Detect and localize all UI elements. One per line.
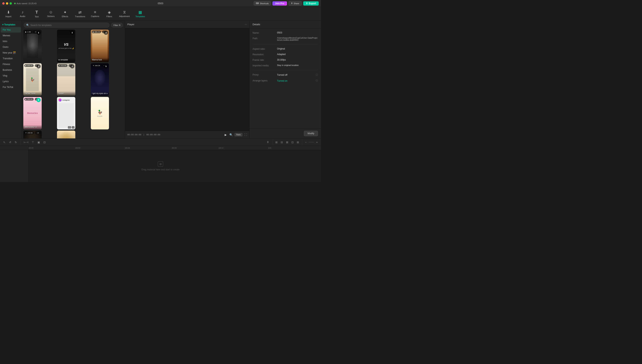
proxy-info-icon[interactable]: ⓘ <box>316 73 318 76</box>
filter-icon: ⧉ <box>119 24 120 26</box>
fullscreen-icon[interactable]: ⛶ <box>244 133 247 136</box>
search-icon: 🔍 <box>26 24 29 26</box>
detail-label-path: Path: <box>252 37 276 40</box>
sidebar-item-vlog[interactable]: Vlog <box>1 73 21 78</box>
toolbar-item-stickers[interactable]: ☺ Stickers <box>44 9 58 18</box>
download-button[interactable]: ⬇ <box>70 64 74 68</box>
download-button[interactable]: ⬇ <box>70 30 74 35</box>
sidebar-item-memes[interactable]: Memes <box>1 33 21 38</box>
split-button[interactable]: ⊢⊣ <box>23 140 29 144</box>
template-card[interactable]: ✕348.3K ▫4 I got my eyes on u ⬇ <box>91 63 109 96</box>
toolbar-item-effects[interactable]: ✦ Effects <box>58 9 72 19</box>
redo-button[interactable]: ↻ <box>14 140 18 144</box>
template-card[interactable]: ✕159.5K ▫13 <box>23 130 42 138</box>
timeline-btn3[interactable]: ⊠ <box>285 140 289 144</box>
delete-button[interactable]: ⊡ <box>42 140 47 144</box>
sidebar-item-business[interactable]: Business <box>1 67 21 73</box>
detail-label-name: Name: <box>252 31 276 34</box>
play-icon: ▶ <box>25 31 26 33</box>
download-button[interactable]: ⬇ <box>36 64 41 68</box>
toolbar-item-transitions[interactable]: ⇄ Transitions <box>72 9 88 19</box>
toolbar-item-filters[interactable]: ◈ Filters <box>102 9 116 19</box>
detail-value-resolution: Adapted <box>277 53 318 56</box>
template-grid: ▶ 1.9M ▫ 3 ⬇ VS all these girls in <box>22 29 125 138</box>
share-icon: ⬆ <box>291 2 293 4</box>
fullscreen-window-btn[interactable] <box>10 2 12 4</box>
toolbar-divider2 <box>272 140 272 144</box>
timeline-btn2[interactable]: ⊟ <box>280 140 284 144</box>
sidebar-item-fitness[interactable]: Fitness <box>1 62 21 67</box>
template-card[interactable]: Memories ▶765.1K ▫31 |Memories| <3 ⬇ <box>23 97 42 130</box>
arrange-info-icon[interactable]: ⓘ <box>316 79 318 82</box>
template-card[interactable] <box>57 130 75 138</box>
card-overlay: Wanna fuck <box>91 58 109 62</box>
detail-label-framerate: Frame rate: <box>252 58 276 61</box>
undo-button[interactable]: ↺ <box>8 140 12 144</box>
template-card[interactable]: ✕621.6K ▫2 Spider! ⬇ <box>57 63 75 96</box>
drop-area: ⊞ Drag material here and start to create <box>142 161 180 171</box>
template-card[interactable]: 🦆 template <box>91 97 109 130</box>
shortcuts-button[interactable]: ⌨ Shortcuts <box>254 1 271 6</box>
detail-row-name: Name: 0503 <box>252 31 318 34</box>
export-button[interactable]: ⬆ Export <box>303 1 319 6</box>
views-stat: ▶ 1.9M <box>24 30 32 33</box>
search-input[interactable] <box>30 24 107 26</box>
toolbar-item-text[interactable]: T Text <box>30 8 44 19</box>
sidebar-item-transition[interactable]: Transition <box>1 56 21 61</box>
play-button[interactable]: ▶ <box>224 132 228 137</box>
template-card[interactable]: ▶ 1.9M ▫ 3 ⬇ <box>23 30 42 62</box>
minimize-window-btn[interactable] <box>6 2 8 4</box>
download-button[interactable]: ⬇ <box>36 98 41 102</box>
template-card[interactable]: 🦆 ▶489.7K ▫1 TikTok Trend ⬇ <box>23 63 42 96</box>
sidebar-item-outro[interactable]: Outro <box>1 44 21 50</box>
filter-button[interactable]: Filter ⧉ <box>111 23 123 28</box>
zoom-out-button[interactable]: − <box>304 140 308 144</box>
share-button[interactable]: ⬆ Share <box>288 1 302 6</box>
detail-label-proxy: Proxy: <box>252 73 276 76</box>
detail-row-framerate: Frame rate: 30.00fps <box>252 58 318 61</box>
zoom-icon[interactable]: 🔍 <box>230 133 233 136</box>
sidebar-item-for-you[interactable]: For You <box>1 27 21 32</box>
content-area: 🔍 Filter ⧉ <box>22 21 249 138</box>
sidebar-item-for-tiktok[interactable]: For TikTok <box>1 84 21 90</box>
template-card[interactable]: instagram ◯ ⌄ <box>57 97 75 130</box>
sidebar-item-intro[interactable]: Intro <box>1 38 21 44</box>
autosave-status: Auto saved: 15:25:43 <box>14 2 36 4</box>
player-menu-icon[interactable]: ⋯ <box>245 23 247 26</box>
detail-value-name: 0503 <box>277 31 318 34</box>
clip-icon: ▫ <box>34 31 34 33</box>
toolbar-item-templates[interactable]: ▦ Templates <box>133 9 148 19</box>
download-button[interactable]: ⬇ <box>36 30 41 35</box>
time-separator: | <box>143 134 144 136</box>
join-pro-button[interactable]: Join Pro <box>272 1 287 6</box>
close-window-btn[interactable] <box>2 2 4 4</box>
detail-row-aspect: Aspect ratio: Original <box>252 48 318 50</box>
timeline-btn5[interactable]: ⊞ <box>296 140 300 144</box>
sidebar-item-lyrics[interactable]: Lyrics <box>1 79 21 84</box>
sidebar-item-new-year[interactable]: New year 🎊 <box>1 50 21 56</box>
timeline-ruler: |00:00 |00:03 |00:06 |00:09 |00:12 |0:6 <box>0 146 321 150</box>
detail-label-arrange: Arrange layers <box>252 79 276 82</box>
player-canvas <box>125 28 249 131</box>
toolbar-item-adjustment[interactable]: ⧖ Adjustment <box>116 9 132 18</box>
template-card[interactable]: VS all these girls in the 🌙 vs template … <box>57 30 75 62</box>
detail-label-aspect: Aspect ratio: <box>252 48 276 50</box>
template-card[interactable]: ▶980.7K ▫3 Wanna fuck ⬇ <box>91 30 109 62</box>
add-frame-button[interactable]: ▣ <box>36 140 41 144</box>
toolbar-item-audio[interactable]: ♪ Audio <box>16 9 30 18</box>
search-input-wrap[interactable]: 🔍 <box>24 22 110 28</box>
snap-button[interactable]: ⊞ <box>274 140 278 144</box>
toolbar-item-import[interactable]: ⬇ Import <box>2 9 15 19</box>
templates-panel: 🔍 Filter ⧉ <box>22 21 125 138</box>
cursor-tool-button[interactable]: ↖ <box>2 140 6 144</box>
timeline-toolbar: ↖ ↺ ↻ ⊢⊣ ⊤ ▣ ⊡ 🎙 ⊞ ⊟ ⊠ ⊡ ⊞ − ──── + <box>0 138 321 146</box>
zoom-in-button[interactable]: + <box>315 140 319 144</box>
timeline-btn4[interactable]: ⊡ <box>290 140 294 144</box>
player-controls-right: ▶ 🔍 Ratio ⛶ <box>224 132 247 137</box>
trim-button[interactable]: ⊤ <box>31 140 35 144</box>
toolbar-item-captions[interactable]: ≡ Captions <box>88 9 102 18</box>
modify-button[interactable]: Modify <box>304 131 318 136</box>
ratio-button[interactable]: Ratio <box>234 133 242 136</box>
transitions-icon: ⇄ <box>78 10 82 14</box>
mic-button[interactable]: 🎙 <box>266 140 270 144</box>
